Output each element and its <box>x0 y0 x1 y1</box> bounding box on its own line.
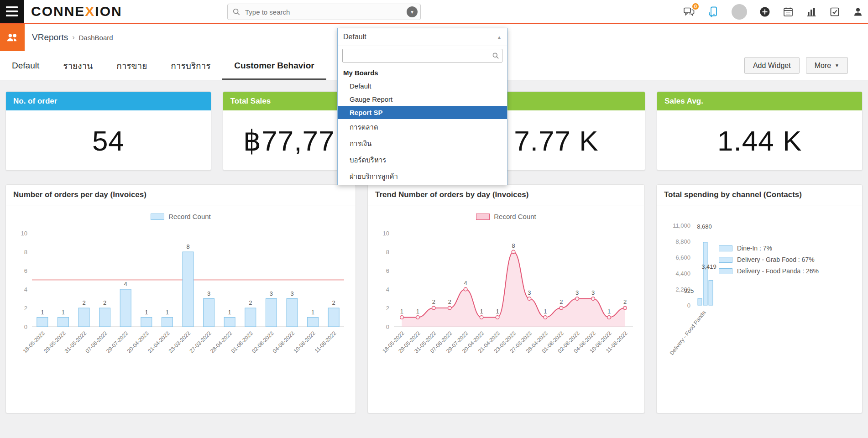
svg-text:1: 1 <box>400 308 403 315</box>
svg-text:11-08-2022: 11-08-2022 <box>314 330 338 354</box>
user-icon[interactable] <box>852 6 863 17</box>
tab-customer-behavior[interactable]: Customer Behavior <box>222 51 326 80</box>
chart-body: Record Count 024681011224118312331218-05… <box>6 205 356 367</box>
svg-text:07-06-2022: 07-06-2022 <box>84 330 109 355</box>
svg-text:2: 2 <box>332 299 335 306</box>
svg-text:2: 2 <box>623 298 627 305</box>
board-search-input[interactable] <box>342 49 502 63</box>
search-icon <box>232 8 241 16</box>
channel-legend-item-delivery-food-panda-26[interactable]: Delivery - Food Panda : 26% <box>719 267 819 275</box>
svg-text:10: 10 <box>383 230 389 237</box>
chart-legend[interactable]: Record Count <box>10 213 352 220</box>
calendar-icon[interactable] <box>783 6 794 17</box>
board-item-item-3[interactable]: การตลาด <box>338 119 507 136</box>
svg-text:4,400: 4,400 <box>675 270 690 277</box>
svg-text:4: 4 <box>24 286 27 293</box>
legend-swatch <box>151 214 164 220</box>
svg-text:31-05-2022: 31-05-2022 <box>63 330 88 355</box>
board-dropdown-header[interactable]: Default ▲ <box>338 28 507 46</box>
svg-text:4: 4 <box>386 286 389 293</box>
svg-text:Delivery - Food Panda: Delivery - Food Panda <box>668 309 707 356</box>
people-group-icon <box>5 31 20 44</box>
svg-text:4: 4 <box>124 281 127 287</box>
chart-legend[interactable]: Record Count <box>371 213 641 220</box>
svg-text:2: 2 <box>24 305 27 312</box>
svg-text:02-08-2022: 02-08-2022 <box>251 330 275 355</box>
svg-text:2: 2 <box>249 299 252 306</box>
add-widget-label: Add Widget <box>753 62 791 70</box>
svg-text:8: 8 <box>386 249 389 256</box>
kpi-header: Sales Avg. <box>657 92 862 110</box>
search-input[interactable] <box>244 8 407 16</box>
breadcrumb-page: DashBoard <box>79 34 113 42</box>
more-label: More <box>815 62 831 70</box>
svg-text:3,419: 3,419 <box>701 263 716 270</box>
svg-text:01-08-2022: 01-08-2022 <box>230 330 255 355</box>
kpi-header: No. of order <box>6 92 211 110</box>
hamburger-menu-icon[interactable] <box>0 0 24 23</box>
tab-item-3[interactable]: การบริการ <box>159 51 222 80</box>
board-item-report-sp[interactable]: Report SP <box>338 106 507 119</box>
legend-label: Delivery - Grab Food : 67% <box>737 256 815 263</box>
board-item-item-5[interactable]: บอร์ดบริหาร <box>338 152 507 168</box>
svg-text:1: 1 <box>607 308 611 315</box>
svg-text:4: 4 <box>464 280 467 287</box>
svg-text:27-03-2022: 27-03-2022 <box>188 330 213 355</box>
svg-text:1: 1 <box>166 309 169 316</box>
channel-legend-item-delivery-grab-food-67[interactable]: Delivery - Grab Food : 67% <box>719 256 819 263</box>
svg-text:04-08-2022: 04-08-2022 <box>272 330 296 355</box>
breadcrumb-app[interactable]: VReports <box>32 32 68 42</box>
svg-text:23-03-2022: 23-03-2022 <box>167 330 192 355</box>
legend-label: Dine-In : 7% <box>737 245 772 252</box>
svg-text:0: 0 <box>24 323 27 330</box>
board-selector-dropdown: Default ▲ My Boards DefaultGauge ReportR… <box>337 28 507 185</box>
svg-text:1: 1 <box>228 309 231 316</box>
add-new-icon[interactable] <box>759 6 770 17</box>
svg-text:3: 3 <box>270 290 273 297</box>
chat-icon[interactable]: 0 <box>683 6 695 17</box>
search-scope-caret-icon[interactable]: ▾ <box>407 6 418 17</box>
mobile-device-icon[interactable] <box>707 6 719 18</box>
tab-default[interactable]: Default <box>0 51 51 80</box>
tab-item-1[interactable]: รายงาน <box>51 51 105 80</box>
more-button[interactable]: More ▼ <box>806 57 848 74</box>
channel-legend-item-dine-in-7[interactable]: Dine-In : 7% <box>719 245 819 252</box>
svg-text:1: 1 <box>62 309 65 316</box>
kpi-card-no-of-order: No. of order 54 <box>5 91 211 171</box>
vreports-module-icon[interactable] <box>0 24 25 51</box>
chart-title: Trend Number of orders by day (Invoices) <box>368 185 644 205</box>
orders-bar-chart: 024681011224118312331218-05-202229-05-20… <box>11 223 350 365</box>
board-item-gauge-report[interactable]: Gauge Report <box>338 93 507 106</box>
svg-text:21-04-2022: 21-04-2022 <box>146 330 171 355</box>
svg-text:3: 3 <box>591 289 595 296</box>
svg-text:2: 2 <box>432 298 435 305</box>
bar-chart-icon[interactable] <box>806 6 817 17</box>
board-item-default[interactable]: Default <box>338 79 507 93</box>
kpi-card-sales-avg: Sales Avg. 1.44 K <box>657 91 863 171</box>
avatar-circle <box>732 4 747 20</box>
svg-text:28-04-2022: 28-04-2022 <box>209 330 234 355</box>
add-widget-button[interactable]: Add Widget <box>744 57 800 74</box>
tasks-icon[interactable] <box>829 6 840 17</box>
svg-text:3: 3 <box>575 289 579 296</box>
svg-text:11,000: 11,000 <box>673 222 690 229</box>
svg-text:1: 1 <box>416 308 419 315</box>
top-bar: CONNEXION ▾ 0 <box>0 0 868 24</box>
svg-text:1: 1 <box>480 308 483 315</box>
legend-label: Record Count <box>168 213 211 220</box>
tabs: DefaultรายงานการขายการบริการCustomer Beh… <box>0 51 362 80</box>
kpi-value: 1.44 K <box>657 110 862 171</box>
svg-text:1: 1 <box>145 309 148 316</box>
board-item-item-4[interactable]: การเงิน <box>338 136 507 152</box>
svg-text:29-05-2022: 29-05-2022 <box>42 330 67 355</box>
legend-swatch <box>476 214 490 220</box>
board-item-item-6[interactable]: ฝ่ายบริการลูกค้า <box>338 168 507 185</box>
avatar[interactable] <box>732 4 747 20</box>
svg-text:3: 3 <box>207 290 210 297</box>
legend-label: Delivery - Food Panda : 26% <box>737 267 819 275</box>
tab-item-2[interactable]: การขาย <box>105 51 159 80</box>
svg-text:18-05-2022: 18-05-2022 <box>22 330 47 355</box>
board-search <box>342 49 502 63</box>
svg-text:6,600: 6,600 <box>675 254 690 261</box>
legend-swatch <box>719 268 732 274</box>
